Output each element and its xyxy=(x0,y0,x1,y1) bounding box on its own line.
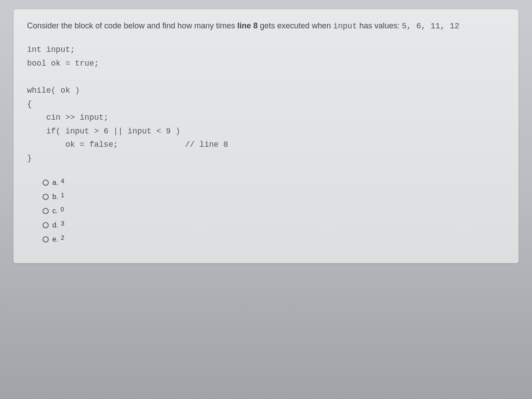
code-line-4: while( ok ) xyxy=(27,86,80,95)
question-prompt: Consider the block of code below and fin… xyxy=(27,20,505,32)
answer-option-d[interactable]: d. 3 xyxy=(43,221,505,229)
answer-option-a[interactable]: a. 4 xyxy=(43,179,505,187)
answer-letter: e. xyxy=(52,235,58,243)
prompt-values: 5, 6, 11, 12 xyxy=(402,22,460,31)
code-line-7: if( input > 6 || input < 9 ) xyxy=(27,127,180,136)
code-line-8a: ok = false; xyxy=(27,140,118,149)
radio-icon[interactable] xyxy=(43,180,49,186)
code-line-2: bool ok = true; xyxy=(27,59,99,68)
answer-list: a. 4 b. 1 c. 0 d. 3 e. 2 xyxy=(27,179,505,243)
question-card: Consider the block of code below and fin… xyxy=(13,9,519,263)
prompt-bold: line 8 xyxy=(237,21,258,30)
prompt-code-word: input xyxy=(333,22,357,31)
code-line-9: } xyxy=(27,154,32,163)
prompt-intro: Consider the block of code below and fin… xyxy=(27,21,237,30)
answer-letter: b. xyxy=(52,193,58,201)
prompt-mid: gets executed when xyxy=(258,21,333,30)
answer-value: 4 xyxy=(61,177,64,184)
answer-letter: c. xyxy=(52,207,58,215)
answer-value: 0 xyxy=(60,206,64,213)
prompt-after: has values: xyxy=(357,21,402,30)
answer-value: 3 xyxy=(61,220,64,227)
radio-icon[interactable] xyxy=(43,194,49,200)
code-line-6: cin >> input; xyxy=(27,113,109,122)
radio-icon[interactable] xyxy=(43,222,49,228)
answer-letter: d. xyxy=(52,221,58,229)
code-line-8-comment: // line 8 xyxy=(118,140,228,149)
code-block: int input; bool ok = true; while( ok ) {… xyxy=(27,43,505,165)
answer-letter: a. xyxy=(52,179,58,187)
code-line-1: int input; xyxy=(27,45,75,54)
radio-icon[interactable] xyxy=(43,236,49,243)
answer-option-b[interactable]: b. 1 xyxy=(43,193,505,201)
radio-icon[interactable] xyxy=(43,208,49,214)
answer-value: 2 xyxy=(61,234,64,241)
code-line-5: { xyxy=(27,100,32,109)
answer-option-c[interactable]: c. 0 xyxy=(43,207,505,215)
answer-option-e[interactable]: e. 2 xyxy=(43,235,505,243)
answer-value: 1 xyxy=(61,192,64,199)
